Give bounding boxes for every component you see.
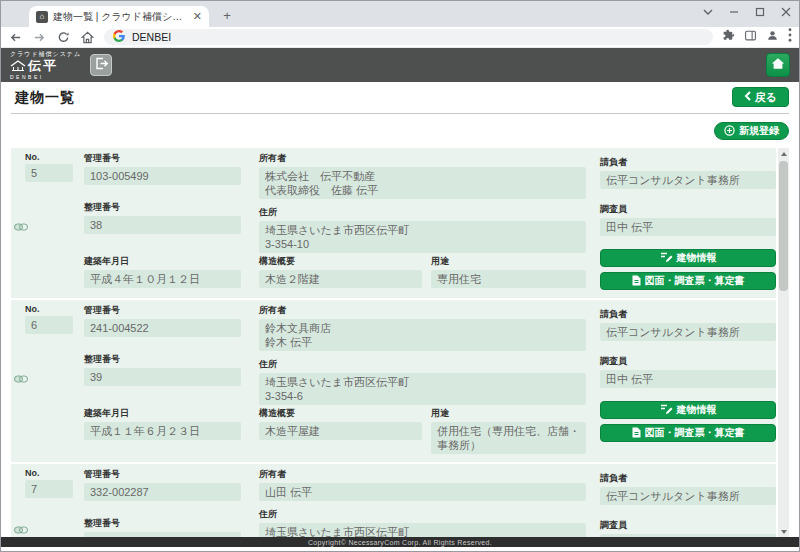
contractor-field: 伝平コンサルタント事務所 [600,487,776,505]
brand-roman: DENBEI [10,75,81,80]
browser-window: ⌂ 建物一覧 | クラウド補償システム 伝平 ✕ + DENBEI [0,0,800,552]
structure-field: 木造２階建 [259,270,422,288]
scroll-up-icon[interactable] [778,148,789,160]
building-record: No. 7 管理番号 332-002287 整理番号 41 [11,464,776,538]
profile-icon[interactable] [766,28,779,46]
reload-icon[interactable] [56,30,71,45]
minimize-icon[interactable] [729,7,739,17]
no-label: No. [25,304,73,314]
surveyor-label: 調査員 [600,355,776,368]
document-icon [632,275,641,288]
building-info-button[interactable]: 建物情報 [600,249,776,267]
building-record: No. 5 管理番号 103-005499 整理番号 38 [11,148,776,298]
control-no-field: 332-002287 [84,483,241,501]
address-label: 住所 [259,206,586,219]
brand-name: 伝平 [28,59,58,72]
owner-field: 鈴木文具商店 鈴木 伝平 [259,319,586,351]
link-icon[interactable] [14,217,28,235]
address-field: 埼玉県さいたま市西区伝平町 3-354-6 [259,373,586,405]
documents-button[interactable]: 図面・調査票・算定書 [600,272,776,290]
home-icon[interactable] [80,30,95,45]
no-field: 6 [25,316,73,334]
contractor-label: 請負者 [600,308,776,321]
google-icon [113,28,125,46]
address-label: 住所 [259,508,586,521]
building-info-label: 建物情報 [677,403,717,417]
document-icon [632,427,641,440]
page-title: 建物一覧 [15,89,75,107]
control-no-label: 管理番号 [84,304,241,317]
logout-button[interactable] [90,54,112,76]
app-home-button[interactable] [766,53,790,77]
chevron-left-icon [744,91,751,103]
logout-icon [95,56,108,74]
scrollbar[interactable] [778,148,789,538]
back-icon[interactable] [8,30,23,45]
url-text[interactable]: DENBEI [132,31,171,43]
app-logo: クラウド補償システム 伝平 DENBEI [10,51,81,80]
documents-button[interactable]: 図面・調査票・算定書 [600,424,776,442]
control-no-field: 241-004522 [84,319,241,337]
owner-label: 所有者 [259,468,586,481]
address-field: 埼玉県さいたま市西区伝平町 3-355-1 [259,523,586,538]
address-label: 住所 [259,358,586,371]
menu-icon[interactable] [788,28,792,46]
app-header: クラウド補償システム 伝平 DENBEI [1,48,799,82]
contractor-label: 請負者 [600,156,776,169]
contractor-label: 請負者 [600,472,776,485]
new-register-button[interactable]: 新規登録 [714,122,789,140]
list-edit-icon [660,252,673,264]
no-field: 7 [25,480,73,498]
extensions-icon[interactable] [722,28,735,46]
contractor-field: 伝平コンサルタント事務所 [600,171,776,189]
surveyor-label: 調査員 [600,519,776,532]
link-icon[interactable] [14,369,28,387]
no-field: 5 [25,164,73,182]
surveyor-field: 田中 伝平 [600,218,776,236]
building-info-label: 建物情報 [677,251,717,265]
owner-field: 山田 伝平 [259,483,586,501]
surveyor-field: 田中 伝平 [600,370,776,388]
structure-field: 木造平屋建 [259,422,422,440]
control-no-label: 管理番号 [84,468,241,481]
build-date-field: 平成１１年６月２３日 [84,422,241,440]
address-field: 埼玉県さいたま市西区伝平町 3-354-10 [259,221,586,253]
ref-no-field: 39 [84,368,241,386]
building-info-button[interactable]: 建物情報 [600,401,776,419]
new-register-label: 新規登録 [739,124,779,138]
control-no-field: 103-005499 [84,167,241,185]
back-button[interactable]: 戻る [732,87,789,107]
logo-house-icon [10,58,26,74]
usage-label: 用途 [431,407,586,420]
owner-field: 株式会社 伝平不動産 代表取締役 佐藤 伝平 [259,167,586,199]
app-footer: Copyright© NecessaryCom Corp. All Rights… [1,537,799,547]
documents-label: 図面・調査票・算定書 [645,274,745,288]
no-label: No. [25,468,73,478]
url-bar[interactable]: DENBEI [104,29,713,45]
scrollbar-thumb[interactable] [779,161,788,291]
control-no-label: 管理番号 [84,152,241,165]
side-panel-icon[interactable] [744,28,757,46]
usage-field: 併用住宅（専用住宅、店舗・事務所） [431,422,586,454]
building-list: No. 5 管理番号 103-005499 整理番号 38 [11,148,789,538]
tab-close-icon[interactable]: ✕ [193,11,202,22]
building-record: No. 6 管理番号 241-004522 整理番号 39 [11,300,776,462]
title-separator [11,113,789,114]
surveyor-label: 調査員 [600,203,776,216]
system-name: クラウド補償システム [10,51,81,57]
build-date-field: 平成４年１０月１２日 [84,270,241,288]
ref-no-label: 整理番号 [84,201,241,214]
forward-icon[interactable] [32,30,47,45]
build-date-label: 建築年月日 [84,255,241,268]
usage-label: 用途 [431,255,586,268]
tab-title: 建物一覧 | クラウド補償システム 伝平 [53,10,188,24]
maximize-icon[interactable] [755,7,765,17]
ref-no-label: 整理番号 [84,353,241,366]
usage-field: 専用住宅 [431,270,586,288]
close-icon[interactable] [781,7,791,17]
link-icon[interactable] [14,520,28,538]
tab-search-icon[interactable] [703,8,713,16]
documents-label: 図面・調査票・算定書 [645,426,745,440]
browser-tab[interactable]: ⌂ 建物一覧 | クラウド補償システム 伝平 ✕ [29,6,209,27]
new-tab-button[interactable]: + [219,8,235,24]
